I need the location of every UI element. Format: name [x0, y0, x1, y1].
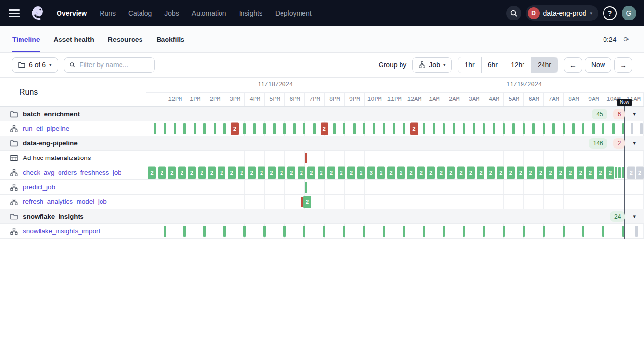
range-24hr[interactable]: 24hr [531, 57, 558, 73]
run-tick-success[interactable] [343, 123, 345, 134]
run-tick-success[interactable] [223, 226, 226, 237]
tab-backfills[interactable]: Backfills [156, 26, 185, 52]
run-block-success[interactable]: 2 [198, 166, 206, 179]
job-name[interactable]: run_etl_pipeline [23, 125, 69, 132]
run-block-success[interactable]: 2 [303, 196, 311, 208]
workspace-switcher[interactable]: D data-eng-prod ▾ [526, 5, 598, 21]
run-block-success[interactable]: 2 [168, 166, 176, 179]
run-tick-success[interactable] [543, 123, 545, 134]
run-block-success[interactable]: 2 [318, 166, 325, 179]
run-tick-success[interactable] [602, 226, 604, 237]
run-block-success[interactable]: 2 [427, 166, 435, 179]
run-tick-success[interactable] [243, 226, 246, 237]
run-tick-success[interactable] [563, 226, 565, 237]
run-block-success[interactable]: 2 [387, 166, 395, 179]
run-block-success[interactable]: 2 [357, 166, 365, 179]
run-block-success[interactable]: 2 [158, 166, 166, 179]
tab-asset-health[interactable]: Asset health [53, 26, 95, 52]
run-block-success[interactable]: 2 [597, 166, 604, 179]
run-tick-success[interactable] [363, 123, 365, 134]
run-block-success[interactable]: 2 [527, 166, 535, 179]
run-tick-success[interactable] [618, 167, 621, 178]
run-tick-success[interactable] [164, 123, 166, 134]
run-block-future[interactable]: 2 [627, 166, 635, 179]
run-tick-future[interactable] [640, 123, 643, 134]
run-tick-success[interactable] [154, 123, 156, 134]
expand-group-chevron-icon[interactable]: ▾ [631, 139, 638, 147]
run-tick-future[interactable] [631, 123, 633, 134]
run-tick-success[interactable] [463, 123, 465, 134]
run-tick-success[interactable] [592, 123, 595, 134]
run-block-failure[interactable]: 2 [231, 122, 239, 135]
run-tick-success[interactable] [403, 123, 405, 134]
run-block-success[interactable]: 2 [417, 166, 425, 179]
run-block-success[interactable]: 2 [586, 166, 594, 179]
run-tick-success[interactable] [383, 123, 385, 134]
run-tick-success[interactable] [503, 226, 505, 237]
run-block-success[interactable]: 2 [268, 166, 276, 179]
run-tick-success[interactable] [572, 123, 575, 134]
job-name[interactable]: refresh_analytics_model_job [23, 198, 107, 205]
run-block-success[interactable]: 2 [507, 166, 515, 179]
run-block-success[interactable]: 2 [238, 166, 245, 179]
run-tick-success[interactable] [183, 226, 186, 237]
run-tick-success[interactable] [463, 226, 465, 237]
run-tick-success[interactable] [582, 226, 584, 237]
run-tick-success[interactable] [183, 123, 186, 134]
run-tick-success[interactable] [423, 123, 425, 134]
run-tick-success[interactable] [305, 182, 307, 193]
run-block-success[interactable]: 2 [307, 166, 315, 179]
run-tick-success[interactable] [483, 226, 485, 237]
run-block-success[interactable]: 2 [178, 166, 186, 179]
run-tick-success[interactable] [333, 123, 336, 134]
timeline-next-button[interactable]: → [614, 57, 632, 73]
range-1hr[interactable]: 1hr [458, 57, 481, 73]
nav-item-catalog[interactable]: Catalog [128, 9, 152, 17]
run-tick-success[interactable] [443, 123, 445, 134]
run-tick-success[interactable] [243, 123, 246, 134]
run-block-success[interactable]: 2 [546, 166, 554, 179]
run-block-success[interactable]: 2 [566, 166, 574, 179]
run-block-success[interactable]: 2 [517, 166, 524, 179]
run-tick-success[interactable] [164, 226, 166, 237]
refresh-icon[interactable]: ⟳ [620, 35, 632, 43]
run-block-success[interactable]: 2 [557, 166, 564, 179]
run-tick-success[interactable] [453, 123, 455, 134]
run-block-success[interactable]: 2 [287, 166, 295, 179]
run-tick-success[interactable] [383, 226, 385, 237]
run-tick-success[interactable] [433, 123, 435, 134]
run-tick-success[interactable] [523, 123, 525, 134]
run-tick-success[interactable] [403, 226, 405, 237]
run-tick-success[interactable] [373, 123, 375, 134]
run-tick-success[interactable] [523, 226, 525, 237]
run-block-success[interactable]: 2 [327, 166, 335, 179]
run-tick-success[interactable] [503, 123, 505, 134]
expand-group-chevron-icon[interactable]: ▾ [631, 213, 638, 220]
run-block-success[interactable]: 2 [148, 166, 156, 179]
run-block-success[interactable]: 2 [377, 166, 385, 179]
nav-item-runs[interactable]: Runs [100, 9, 116, 17]
run-block-success[interactable]: 2 [457, 166, 465, 179]
run-tick-success[interactable] [303, 226, 305, 237]
run-block-success[interactable]: 2 [477, 166, 484, 179]
range-6hr[interactable]: 6hr [481, 57, 504, 73]
run-block-success[interactable]: 2 [278, 166, 285, 179]
run-block-success[interactable]: 2 [537, 166, 544, 179]
run-block-success[interactable]: 2 [437, 166, 445, 179]
run-tick-success[interactable] [214, 123, 216, 134]
run-tick-success[interactable] [552, 123, 555, 134]
nav-item-automation[interactable]: Automation [192, 9, 226, 17]
run-block-success[interactable]: 2 [487, 166, 495, 179]
run-tick-success[interactable] [393, 123, 395, 134]
run-tick-success[interactable] [283, 226, 286, 237]
run-tick-future[interactable] [635, 226, 638, 237]
group-by-select[interactable]: Job ▾ [412, 57, 452, 73]
run-tick-success[interactable] [532, 123, 535, 134]
run-block-failure[interactable]: 2 [410, 122, 418, 135]
run-block-success[interactable]: 2 [497, 166, 504, 179]
run-tick-success[interactable] [582, 123, 584, 134]
run-tick-success[interactable] [263, 226, 266, 237]
range-12hr[interactable]: 12hr [504, 57, 531, 73]
run-tick-success[interactable] [313, 123, 316, 134]
hamburger-menu-icon[interactable] [8, 6, 21, 20]
